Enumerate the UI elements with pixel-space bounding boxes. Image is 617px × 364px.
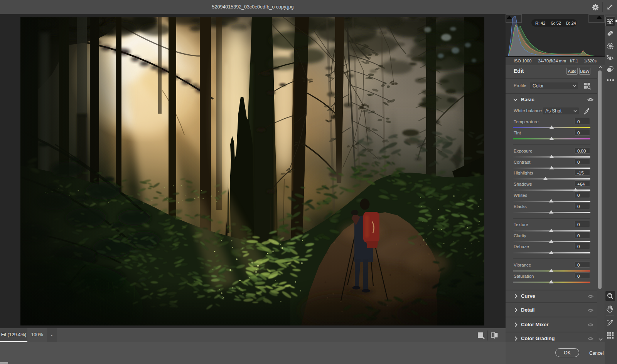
svg-text:R: 42: R: 42 — [535, 21, 545, 25]
svg-text:G: 52: G: 52 — [551, 21, 561, 25]
svg-text:B: 24: B: 24 — [566, 21, 576, 25]
